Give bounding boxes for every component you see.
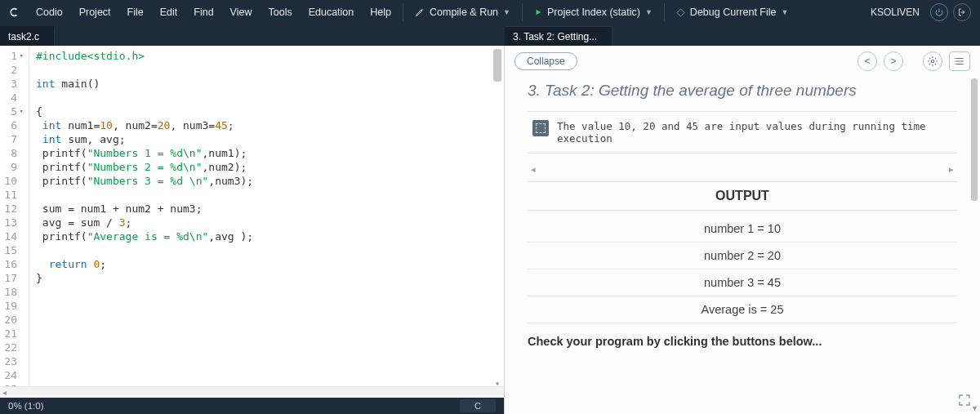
tab-strip: task2.c 3. Task 2: Getting... xyxy=(0,24,980,46)
editor-status-bar: 0% (1:0) C xyxy=(0,398,504,414)
menu-edit[interactable]: Edit xyxy=(152,0,186,24)
code-line[interactable] xyxy=(36,313,497,327)
code-line[interactable] xyxy=(36,285,497,299)
code-line[interactable] xyxy=(36,63,497,77)
code-line[interactable] xyxy=(36,354,497,368)
code-line[interactable]: printf("Average is = %d\n",avg ); xyxy=(36,229,497,243)
menu-find[interactable]: Find xyxy=(185,0,221,24)
guide-settings-button[interactable] xyxy=(923,51,942,71)
caret-down-icon: ▼ xyxy=(645,8,653,16)
code-line[interactable] xyxy=(36,299,497,313)
guide-pane: Collapse < > 3. Task 2: Getting the aver… xyxy=(505,46,980,414)
svg-point-2 xyxy=(955,60,956,61)
menu-view[interactable]: View xyxy=(222,0,261,24)
menu-project[interactable]: Project xyxy=(71,0,119,24)
code-line[interactable]: printf("Numbers 1 = %d\n",num1); xyxy=(36,146,497,160)
guide-vertical-scrollbar[interactable]: ▴ ▾ xyxy=(969,78,978,411)
code-line[interactable] xyxy=(36,341,497,354)
output-heading: OUTPUT xyxy=(528,181,957,211)
scroll-down-icon[interactable]: ▾ xyxy=(970,403,978,412)
scroll-left-icon[interactable]: ◂ xyxy=(2,388,7,397)
editor-tab[interactable]: task2.c xyxy=(0,26,55,46)
code-editor[interactable]: 1234567891011121314151617181920212223242… xyxy=(0,46,504,386)
line-number: 13 xyxy=(0,216,24,229)
line-number: 1 xyxy=(0,49,24,63)
compile-run-label: Compile & Run xyxy=(430,7,498,18)
guide-toolbar: Collapse < > xyxy=(505,46,980,77)
menu-separator xyxy=(403,3,403,21)
code-line[interactable]: int main() xyxy=(36,77,497,91)
menu-codio[interactable]: Codio xyxy=(28,0,71,24)
editor-tab-label: task2.c xyxy=(8,31,39,42)
diamond-icon xyxy=(676,8,685,17)
guide-prev-button[interactable]: < xyxy=(858,51,877,71)
menu-help[interactable]: Help xyxy=(362,0,399,24)
editor-vertical-scrollbar[interactable]: ▴ ▾ xyxy=(492,49,502,383)
code-line[interactable]: #include<stdio.h> xyxy=(36,49,497,63)
line-number: 6 xyxy=(0,118,24,132)
code-line[interactable]: avg = sum / 3; xyxy=(36,216,497,229)
output-line: Average is = 25 xyxy=(528,296,957,323)
guide-title: 3. Task 2: Getting the average of three … xyxy=(528,82,957,100)
line-number: 20 xyxy=(0,313,24,327)
debug-button[interactable]: Debug Current File ▼ xyxy=(668,0,797,24)
line-number-gutter: 1234567891011121314151617181920212223242… xyxy=(0,46,29,386)
menu-tools[interactable]: Tools xyxy=(260,0,300,24)
code-line[interactable] xyxy=(36,327,497,341)
guide-next-button[interactable]: > xyxy=(884,51,903,71)
code-line[interactable] xyxy=(36,188,497,202)
project-index-button[interactable]: Project Index (static) ▼ xyxy=(526,0,661,24)
line-number: 7 xyxy=(0,132,24,146)
line-number: 21 xyxy=(0,327,24,341)
code-line[interactable]: printf("Numbers 3 = %d \n",num3); xyxy=(36,174,497,188)
line-number: 3 xyxy=(0,77,24,91)
editor-horizontal-scrollbar[interactable]: ◂ xyxy=(0,386,504,398)
compile-run-button[interactable]: Compile & Run ▼ xyxy=(407,0,519,24)
guide-tab-label: 3. Task 2: Getting... xyxy=(513,31,597,42)
line-number: 12 xyxy=(0,202,24,216)
menu-file[interactable]: File xyxy=(119,0,152,24)
line-number: 5 xyxy=(0,105,24,118)
exit-button[interactable] xyxy=(953,3,971,21)
caret-down-icon: ▼ xyxy=(503,8,510,16)
power-button[interactable] xyxy=(930,3,948,21)
language-selector[interactable]: C xyxy=(460,399,496,412)
scroll-thumb[interactable] xyxy=(493,49,501,82)
code-area[interactable]: #include<stdio.h>int main(){ int num1=10… xyxy=(29,46,504,386)
codio-logo-icon xyxy=(7,6,20,19)
line-number: 23 xyxy=(0,354,24,368)
code-line[interactable] xyxy=(36,243,497,257)
guide-tab[interactable]: 3. Task 2: Getting... xyxy=(505,26,612,46)
menu-education[interactable]: Education xyxy=(301,0,363,24)
code-line[interactable] xyxy=(36,368,497,382)
collapse-button[interactable]: Collapse xyxy=(514,52,577,70)
code-line[interactable]: } xyxy=(36,271,497,285)
code-line[interactable]: int sum, avg; xyxy=(36,132,497,146)
code-line[interactable]: int num1=10, num2=20, num3=45; xyxy=(36,118,497,132)
guide-toc-button[interactable] xyxy=(949,51,970,71)
line-number: 22 xyxy=(0,341,24,354)
scroll-down-icon[interactable]: ▾ xyxy=(493,376,501,385)
line-number: 2 xyxy=(0,63,24,77)
code-line[interactable]: printf("Numbers 2 = %d\n",num2); xyxy=(36,160,497,174)
line-number: 8 xyxy=(0,146,24,160)
line-number: 11 xyxy=(0,188,24,202)
code-line[interactable]: sum = num1 + num2 + num3; xyxy=(36,202,497,216)
code-line[interactable]: { xyxy=(36,105,497,118)
guide-note-text: The value 10, 20 and 45 are input values… xyxy=(557,120,952,145)
project-index-label: Project Index (static) xyxy=(547,7,640,18)
line-number: 9 xyxy=(0,160,24,174)
debug-label: Debug Current File xyxy=(690,7,777,18)
output-line: number 2 = 20 xyxy=(528,243,957,269)
note-horizontal-scroll[interactable]: ◂▸ xyxy=(528,162,957,176)
line-number: 19 xyxy=(0,299,24,313)
menu-bar: CodioProjectFileEditFindViewToolsEducati… xyxy=(0,0,980,24)
line-number: 17 xyxy=(0,271,24,285)
check-instruction: Check your program by clicking the butto… xyxy=(528,335,957,348)
editor-pane: 1234567891011121314151617181920212223242… xyxy=(0,46,505,414)
scroll-thumb[interactable] xyxy=(971,78,978,201)
play-icon xyxy=(534,8,542,16)
code-line[interactable]: return 0; xyxy=(36,257,497,271)
code-line[interactable] xyxy=(36,91,497,105)
svg-point-3 xyxy=(955,64,956,65)
